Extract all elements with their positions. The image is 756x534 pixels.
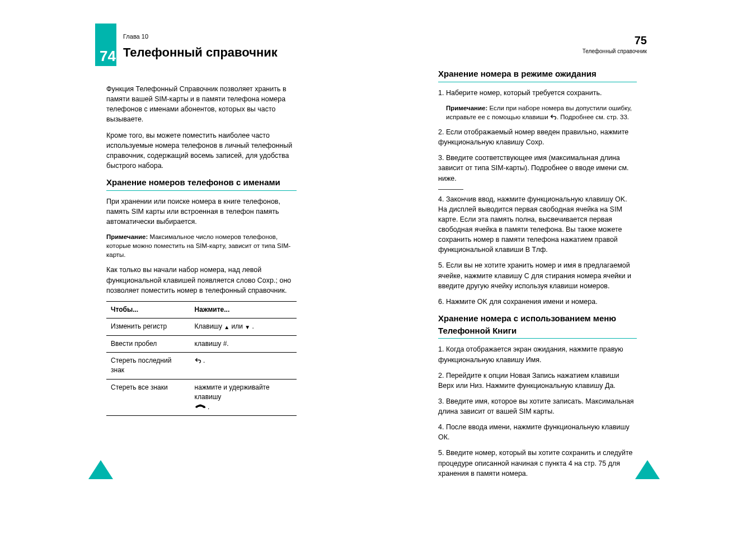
note-label-2: Примечание: (446, 105, 487, 111)
down-triangle-icon: ▼ (245, 324, 250, 332)
paragraph-save-appears: Как только вы начали набор номера, над л… (106, 265, 297, 295)
nav-triangle-left[interactable] (88, 460, 113, 479)
table-row: Стереть все знаки нажмите и удерживайте … (106, 379, 297, 415)
b-step-4: 4. После ввода имени, нажмите функционал… (438, 422, 637, 442)
step-5: 5. Если вы не хотите хранить номер и имя… (438, 260, 637, 291)
section-heading-storing: Хранение номеров телефонов с именами (106, 176, 297, 191)
back-arrow-icon (195, 357, 201, 364)
b-step-1: 1. Когда отображается экран ожидания, на… (438, 344, 637, 364)
page-number-left: 74 (100, 46, 116, 67)
step-1: 1. Наберите номер, который требуется сох… (438, 88, 637, 98)
section-heading-store-idle: Хранение номера в режиме ожидания (438, 68, 637, 82)
step-4: 4. Закончив ввод, нажмите функциональную… (438, 194, 637, 255)
cell-enter-space: Bвести пробел (106, 335, 190, 352)
table-header-to: Чтобы... (106, 301, 190, 318)
step-2: 2. Если отображаемый номер введен правил… (438, 127, 637, 147)
table-header-press: Нажмите... (190, 301, 297, 318)
hangup-power-icon: /⏻ (195, 404, 206, 410)
cell-change-case-keys: Клавишу ▲ или ▼ . (190, 318, 297, 336)
cell-enter-space-key: клавишу #. (190, 335, 297, 352)
up-triangle-icon: ▲ (224, 324, 229, 332)
note-sim-capacity: Примечание: Максимальное число номеров т… (106, 232, 297, 259)
right-page-body: Хранение номера в режиме ожидания 1. Наб… (438, 64, 637, 484)
cell-delete-last: Стереть последний знак (106, 353, 190, 380)
note-correction: Примечание: Если при наборе номера вы до… (446, 104, 637, 121)
b-step-3: 3. Введите имя, которое вы хотите записа… (438, 396, 637, 416)
actions-table: Чтобы... Нажмите... Изменить регистр Кла… (106, 301, 297, 416)
table-row: Bвести пробел клавишу #. (106, 335, 297, 352)
svg-text:/⏻: /⏻ (203, 405, 206, 408)
chapter-label-left: Глава 10 (123, 32, 148, 41)
cell-delete-all: Стереть все знаки (106, 379, 190, 415)
note-label: Примечание: (106, 233, 148, 240)
step-6: 6. Нажмите OK для сохранения имени и ном… (438, 297, 637, 307)
nav-triangle-right[interactable] (635, 460, 660, 479)
cell-change-case: Изменить регистр (106, 318, 190, 336)
page-number-right: 75 (635, 32, 647, 49)
cell-delete-all-key: нажмите и удерживайте клавишу /⏻ . (190, 379, 297, 415)
section-heading-store-menu: Хранение номера с использованием меню Те… (438, 312, 637, 339)
left-page-body: Функция Телефонный Cправочник позволяет … (106, 84, 297, 416)
back-arrow-icon (550, 114, 557, 120)
intro-paragraph-1: Функция Телефонный Cправочник позволяет … (106, 84, 297, 125)
b-step-2: 2. Перейдите к опции Новая Запись нажати… (438, 371, 637, 391)
chapter-label-right: Телефонный справочник (583, 48, 647, 56)
intro-paragraph-2: Кроме того, вы можете поместить наиболее… (106, 130, 297, 171)
cell-delete-last-key: . (190, 353, 297, 380)
table-row: Стереть последний знак . (106, 353, 297, 380)
divider (438, 189, 463, 190)
step-3: 3. Введите соответствующее имя (максимал… (438, 153, 637, 183)
paragraph-memory: При хранении или поиске номера в книге т… (106, 196, 297, 227)
b-step-5: 5. Введите номер, который вы хотите сохр… (438, 448, 637, 478)
chapter-title: Телефонный справочник (123, 44, 278, 62)
table-row: Изменить регистр Клавишу ▲ или ▼ . (106, 318, 297, 336)
